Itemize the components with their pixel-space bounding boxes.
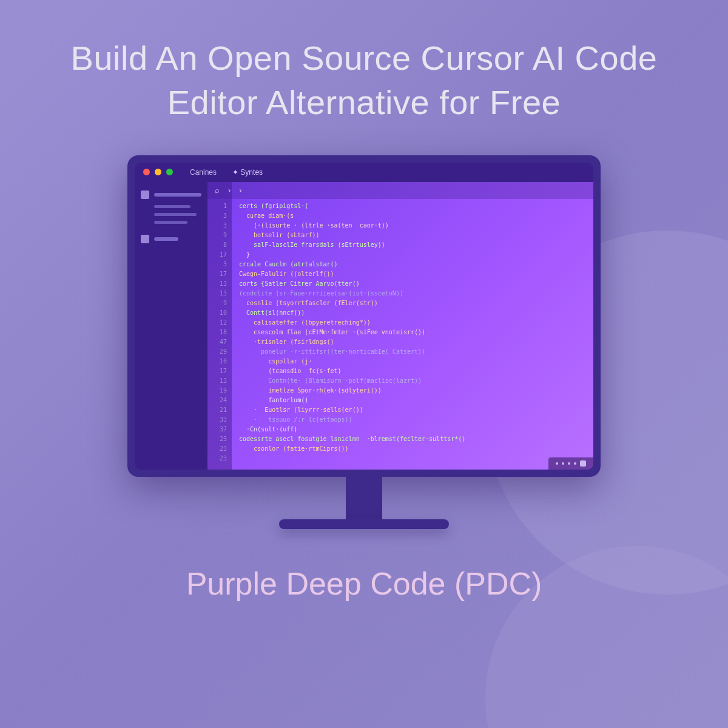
editor-toolbar: ⌕ › › <box>207 182 593 199</box>
tab-active[interactable]: ✦ Syntes <box>232 168 263 177</box>
line-number: 3 <box>207 260 227 269</box>
window-titlebar: Canines ✦ Syntes <box>135 163 593 182</box>
code-content[interactable]: certs (fgripigtsl·( curae diam·(s (·(lis… <box>232 182 593 470</box>
line-number: 19 <box>207 386 227 396</box>
line-number: 21 <box>207 405 227 415</box>
line-number: 24 <box>207 396 227 405</box>
code-line: salF-lasclIe frarsdals (sEtrtusley)) <box>239 240 586 250</box>
code-line: curae diam·(s <box>239 211 586 221</box>
folder-icon <box>141 235 149 243</box>
line-number: 33 <box>207 415 227 425</box>
code-line: certs (fgripigtsl·( <box>239 201 586 211</box>
line-number: 10 <box>207 357 227 366</box>
monitor-illustration: Canines ✦ Syntes <box>0 155 728 529</box>
code-line: botselir (sLtarf)) <box>239 231 586 240</box>
line-number: 13 <box>207 279 227 289</box>
line-number: 8 <box>207 240 227 250</box>
maximize-icon[interactable] <box>166 169 173 175</box>
line-number: 12 <box>207 318 227 328</box>
code-line: ponelur ·r·ittifsr((ter·norticabIe( Cats… <box>239 347 586 357</box>
monitor-stand <box>346 477 382 519</box>
line-number: 9 <box>207 298 227 308</box>
code-line: · Euotlsr (liyrrr·sells(er()) <box>239 405 586 415</box>
folder-icon <box>141 190 149 199</box>
close-icon[interactable] <box>143 169 150 175</box>
menu-item[interactable]: Canines <box>190 168 217 177</box>
code-line: csescolm flae (cEtMm·fmter ·(siFee vnote… <box>239 328 586 337</box>
line-number: 3 <box>207 211 227 221</box>
line-number: 23 <box>207 444 227 454</box>
sidebar-item-label <box>154 237 178 241</box>
code-line: cspollar (j· <box>239 357 586 366</box>
sidebar-item[interactable] <box>141 235 201 243</box>
file-sidebar <box>135 182 207 470</box>
code-line: } <box>239 250 586 260</box>
code-line: · tssuuo /:r lc(ettaops)) <box>239 415 586 425</box>
code-line: Cwegn-Falulir ((olterlf()) <box>239 269 586 279</box>
code-line: calisateffer ((bpyeretreching*)) <box>239 318 586 328</box>
sidebar-item-label <box>154 193 201 197</box>
code-line: imetlze Spor·rh(ek·(sdlyteri()) <box>239 386 586 396</box>
code-line: (tcansdio fc(s·fet) <box>239 366 586 376</box>
line-number: 17 <box>207 269 227 279</box>
line-number: 17 <box>207 366 227 376</box>
monitor-bezel: Canines ✦ Syntes <box>127 155 601 477</box>
status-dot-icon <box>562 462 564 465</box>
line-number: 23 <box>207 434 227 444</box>
code-line: csonlor (fatie·rtmCiprs()) <box>239 444 586 454</box>
line-number: 47 <box>207 337 227 347</box>
sidebar-subitem[interactable] <box>154 221 187 224</box>
code-line: Contt(sl(nncf()) <box>239 308 586 318</box>
code-line: Contn(te· (Blamisurn ·polf(maclisc(lazrt… <box>239 376 586 386</box>
chevron-right-icon[interactable]: › <box>239 186 241 195</box>
line-number: 13 <box>207 376 227 386</box>
monitor-base <box>279 519 449 529</box>
code-line: ·trisnler (fsirldngs() <box>239 337 586 347</box>
line-number: 9 <box>207 231 227 240</box>
status-bar <box>548 457 593 470</box>
line-number: 18 <box>207 328 227 337</box>
status-square-icon <box>580 460 586 467</box>
sidebar-subitem[interactable] <box>154 213 197 216</box>
brand-name: Purple Deep Code (PDC) <box>0 565 728 602</box>
line-number: 29 <box>207 347 227 357</box>
sidebar-item[interactable] <box>141 190 201 199</box>
minimize-icon[interactable] <box>155 169 161 175</box>
code-line: corts {Satler Citrer Aarvo(tter() <box>239 279 586 289</box>
line-number: 37 <box>207 425 227 434</box>
line-number: 1 <box>207 201 227 211</box>
status-dot-icon <box>574 462 576 465</box>
line-gutter: 1339817317131391012184729101713192421333… <box>207 182 232 470</box>
editor-main: ⌕ › › 1339817317131391012184729101713192… <box>135 182 593 470</box>
code-line: crcale Cauclm (atrtalstar() <box>239 260 586 269</box>
chevron-right-icon[interactable]: › <box>228 186 231 195</box>
code-line: (codclite (sr-Faue·rrriiee(sa·(iut·(ssce… <box>239 289 586 298</box>
code-line: cosnlie (tsyorrtfascler (fEler(str)) <box>239 298 586 308</box>
status-dot-icon <box>568 462 570 465</box>
search-icon[interactable]: ⌕ <box>215 186 220 195</box>
line-number: 17 <box>207 250 227 260</box>
line-number: 10 <box>207 308 227 318</box>
line-number: 3 <box>207 221 227 231</box>
code-line: codessrte asecl fosutgie lsniclmn ·blrem… <box>239 434 586 444</box>
line-number: 23 <box>207 454 227 463</box>
code-editor[interactable]: ⌕ › › 1339817317131391012184729101713192… <box>207 182 593 470</box>
editor-window: Canines ✦ Syntes <box>135 163 593 470</box>
code-line: fantorlum() <box>239 396 586 405</box>
sidebar-subitem[interactable] <box>154 205 190 208</box>
page-title: Build An Open Source Cursor AI Code Edit… <box>0 0 728 137</box>
code-line: ·Cn(sult·(uff) <box>239 425 586 434</box>
line-number: 13 <box>207 289 227 298</box>
status-dot-icon <box>556 462 558 465</box>
code-line: (·(lisurte · (ltrle ·sa(ten caor·t)) <box>239 221 586 231</box>
